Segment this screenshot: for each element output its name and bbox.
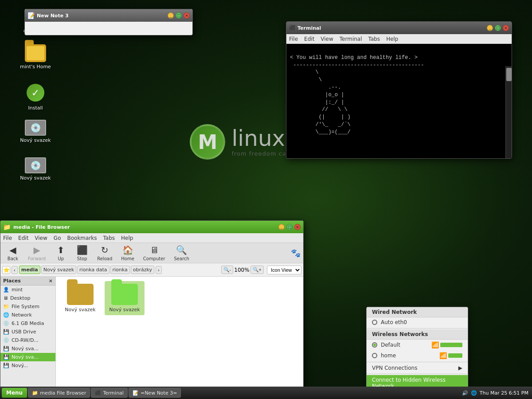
wireless-default-item[interactable]: Default 📶 xyxy=(367,340,468,350)
sidebar-item-novy3[interactable]: 💾 Nový... xyxy=(0,361,55,370)
note-titlebar[interactable]: 📝 New Note 3 _ □ × xyxy=(25,9,192,22)
network-icon[interactable]: 🌐 xyxy=(471,390,477,396)
taskbar-newnote-label: =New Note 3= xyxy=(141,390,177,396)
terminal-minimize[interactable]: _ xyxy=(487,25,493,31)
breadcrumb-obrazky[interactable]: obrázky xyxy=(131,266,154,274)
terminal-menu-file[interactable]: File xyxy=(289,36,298,42)
terminal-maximize[interactable]: □ xyxy=(495,25,501,31)
desktop-icon-label: Nový svazek xyxy=(16,137,55,143)
default-radio[interactable] xyxy=(372,342,377,348)
auto-eth0-radio[interactable] xyxy=(372,320,377,325)
sidebar-item-desktop[interactable]: 🖥 Desktop xyxy=(0,294,55,302)
fb-menu-edit[interactable]: Edit xyxy=(18,235,28,241)
file-item-novy1[interactable]: Nový svazek xyxy=(60,281,100,315)
fb-menu-view[interactable]: View xyxy=(35,235,47,241)
reload-button[interactable]: ↻ Reload xyxy=(94,244,116,262)
desktop-icon: 🖥 xyxy=(3,295,8,301)
breadcrumb-media[interactable]: media xyxy=(19,266,40,274)
terminal-menu-edit[interactable]: Edit xyxy=(304,36,314,42)
sidebar-cdrom-label: CD-RW/D... xyxy=(12,337,39,343)
terminal-close[interactable]: × xyxy=(503,25,509,31)
terminal-menubar: File Edit View Terminal Tabs Help xyxy=(286,34,512,44)
breadcrumb-novy[interactable]: Nový svazek xyxy=(41,266,76,274)
terminal-scrollbar[interactable] xyxy=(505,66,512,158)
up-button[interactable]: ⬆ Up xyxy=(51,244,70,262)
terminal-content: < You will have long and healthy life. >… xyxy=(286,44,512,136)
note-close[interactable]: × xyxy=(184,12,190,19)
file-browser-toolbar: ◀ Back ▶ Forward ⬆ Up ⬛ Stop ↻ Reload 🏠 … xyxy=(0,243,303,263)
note-maximize[interactable]: □ xyxy=(176,12,182,19)
sidebar-item-novy1[interactable]: 💾 Nový sva... xyxy=(0,344,55,353)
volume-icon[interactable]: 🔊 xyxy=(462,390,468,396)
search-button[interactable]: 🔍 Search xyxy=(171,244,193,262)
terminal-titlebar[interactable]: ⬛ Terminal _ □ × xyxy=(286,22,512,34)
home-button[interactable]: 🏠 Home xyxy=(117,244,138,262)
reload-label: Reload xyxy=(97,256,112,261)
file-item-novy2[interactable]: Nový svazek xyxy=(105,281,145,315)
file-browser-minimize[interactable]: _ xyxy=(278,224,285,230)
back-icon: ◀ xyxy=(9,245,16,255)
sidebar-close-button[interactable]: × xyxy=(49,278,53,284)
bookmark-icon[interactable]: ⭐ xyxy=(2,266,10,274)
media-icon: 💿 xyxy=(3,321,9,326)
file-browser-sidebar: Places × 👤 mint 🖥 Desktop 📁 File System … xyxy=(0,277,56,387)
home-radio[interactable] xyxy=(372,353,377,358)
wireless-network-header: Wireless Networks xyxy=(367,329,468,340)
fb-menu-bookmarks[interactable]: Bookmarks xyxy=(67,235,97,241)
sidebar-item-filesystem[interactable]: 📁 File System xyxy=(0,302,55,311)
network-divider-2 xyxy=(367,362,468,362)
desktop-icon-novy2[interactable]: 💿 Nový svazek xyxy=(16,157,55,181)
addr-prev[interactable]: ‹ xyxy=(12,266,18,274)
sidebar-mint-label: mint xyxy=(12,287,23,293)
fb-menu-tabs[interactable]: Tabs xyxy=(103,235,115,241)
taskbar-newnote[interactable]: 📝 =New Note 3= xyxy=(129,388,181,398)
note-minimize[interactable]: _ xyxy=(168,12,174,19)
file-browser-maximize[interactable]: □ xyxy=(286,224,293,230)
sidebar-item-6gbmedia[interactable]: 💿 6.1 GB Media xyxy=(0,319,55,328)
sidebar-item-usb[interactable]: 💾 USB Drive xyxy=(0,328,55,336)
breadcrumb-rionka[interactable]: rionka xyxy=(110,266,130,274)
zoom-in-button[interactable]: 🔍+ xyxy=(250,266,264,274)
taskbar-newnote-icon: 📝 xyxy=(133,390,139,396)
desktop-icon-home[interactable]: mint's Home xyxy=(16,44,55,70)
desktop: 🖥 Computer mint's Home ✓ Install 💿 Nový … xyxy=(0,0,532,399)
terminal-scrollbar-thumb[interactable] xyxy=(506,68,512,81)
fb-menu-file[interactable]: File xyxy=(3,235,12,241)
taskbar-terminal[interactable]: ⬛ Terminal xyxy=(91,388,128,398)
file-browser-close[interactable]: × xyxy=(294,224,301,230)
wireless-home-item[interactable]: home 📶 xyxy=(367,350,468,361)
sidebar-item-cdrom[interactable]: 💿 CD-RW/D... xyxy=(0,336,55,344)
vpn-connections-item[interactable]: VPN Connections ▶ xyxy=(367,363,468,373)
gnome-foot-icon[interactable]: 🐾 xyxy=(291,248,301,258)
terminal-menu-terminal[interactable]: Terminal xyxy=(340,36,362,42)
sidebar-item-mint[interactable]: 👤 mint xyxy=(0,286,55,294)
menu-button[interactable]: Menu xyxy=(2,388,27,398)
breadcrumb-rionka-data[interactable]: rionka data xyxy=(77,266,109,274)
forward-icon: ▶ xyxy=(33,245,40,255)
addr-next[interactable]: › xyxy=(156,266,162,274)
file-label-1: Nový svazek xyxy=(65,307,95,313)
computer-button[interactable]: 🖥 Computer xyxy=(140,244,169,262)
file-browser-titlebar[interactable]: 📁 media - File Browser _ □ × xyxy=(0,221,303,233)
sidebar-item-network[interactable]: 🌐 Network xyxy=(0,311,55,319)
view-select[interactable]: Icon View xyxy=(267,266,301,274)
terminal-menu-tabs[interactable]: Tabs xyxy=(368,36,380,42)
fb-menu-go[interactable]: Go xyxy=(54,235,61,241)
back-button[interactable]: ◀ Back xyxy=(3,244,23,262)
terminal-menu-help[interactable]: Help xyxy=(386,36,398,42)
terminal-menu-view[interactable]: View xyxy=(321,36,333,42)
taskbar-filebrowser[interactable]: 📁 media File Browser xyxy=(28,388,90,398)
desktop-icon-install[interactable]: ✓ Install xyxy=(16,82,55,111)
auto-eth0-item[interactable]: Auto eth0 xyxy=(367,317,468,327)
file-label-2: Nový svazek xyxy=(109,307,140,313)
sidebar-item-novy2[interactable]: 💾 Nový sva... xyxy=(0,353,55,361)
desktop-icon-novy1[interactable]: 💿 Nový svazek xyxy=(16,120,55,143)
zoom-out-button[interactable]: 🔍- xyxy=(221,266,234,274)
fb-menu-help[interactable]: Help xyxy=(121,235,133,241)
forward-button[interactable]: ▶ Forward xyxy=(24,244,49,262)
novy2-icon: 💾 xyxy=(3,354,9,360)
stop-button[interactable]: ⬛ Stop xyxy=(72,244,92,262)
terminal-window: ⬛ Terminal _ □ × File Edit View Terminal… xyxy=(286,21,512,159)
default-signal-icon: 📶 xyxy=(431,341,439,348)
computer-icon: 🖥 xyxy=(150,245,159,255)
